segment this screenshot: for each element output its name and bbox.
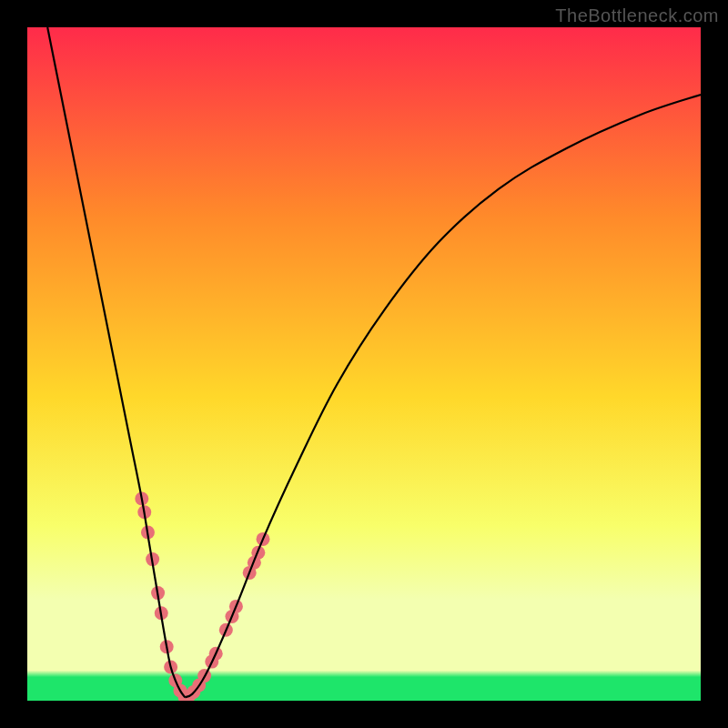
plot-area <box>27 27 701 701</box>
watermark-text: TheBottleneck.com <box>555 5 719 26</box>
chart-frame: TheBottleneck.com <box>0 0 728 728</box>
highlight-dots <box>135 492 269 702</box>
right-curve <box>185 95 701 697</box>
curve-layer <box>27 27 701 701</box>
left-curve <box>47 27 185 697</box>
